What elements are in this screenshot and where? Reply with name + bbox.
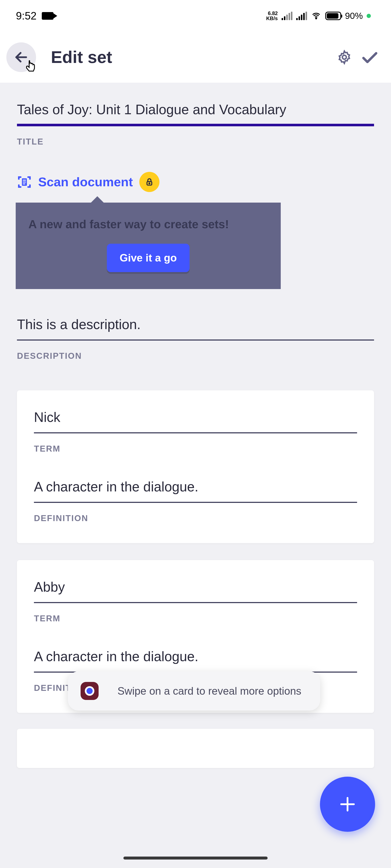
term-label: TERM: [34, 444, 357, 454]
tooltip-text: A new and faster way to create sets!: [28, 217, 268, 231]
definition-input[interactable]: A character in the dialogue.: [34, 649, 357, 673]
status-left: 9:52: [16, 10, 54, 22]
scan-tooltip: A new and faster way to create sets! Giv…: [16, 203, 281, 289]
svg-point-0: [315, 18, 317, 19]
gear-icon: [337, 50, 352, 65]
toast-text: Swipe on a card to reveal more options: [111, 684, 307, 699]
definition-input[interactable]: A character in the dialogue.: [34, 479, 357, 503]
premium-lock-badge: [139, 172, 159, 192]
term-label: TERM: [34, 614, 357, 623]
status-network-speed: 6.82 KB/s: [266, 11, 278, 21]
done-button[interactable]: [359, 46, 381, 68]
wifi-icon: [311, 12, 322, 20]
description-input[interactable]: This is a description.: [17, 317, 374, 341]
battery-percentage: 90%: [345, 11, 363, 21]
definition-label: DEFINITION: [34, 514, 357, 523]
term-input[interactable]: Nick: [34, 409, 357, 433]
navigation-pill[interactable]: [123, 857, 268, 860]
status-time: 9:52: [16, 10, 36, 22]
lock-icon: [145, 177, 154, 187]
signal-bars-1-icon: [281, 12, 292, 20]
description-label: DESCRIPTION: [17, 351, 374, 361]
camera-recording-icon: [42, 12, 54, 20]
signal-bars-2-icon: [296, 12, 307, 20]
app-header: Edit set: [0, 32, 391, 83]
settings-button[interactable]: [334, 46, 355, 68]
status-bar: 9:52 6.82 KB/s: [0, 0, 391, 32]
plus-icon: [338, 795, 357, 814]
toast-app-icon: [81, 682, 99, 700]
term-card[interactable]: [17, 729, 374, 768]
svg-point-8: [149, 183, 150, 184]
status-right: 6.82 KB/s 90%: [266, 11, 371, 21]
title-input[interactable]: Tales of Joy: Unit 1 Dialogue and Vocabu…: [17, 102, 374, 126]
body: Tales of Joy: Unit 1 Dialogue and Vocabu…: [0, 83, 391, 868]
battery-icon: [325, 12, 341, 20]
svg-point-2: [342, 55, 347, 59]
scan-document-button[interactable]: Scan document: [17, 172, 374, 192]
cursor-pointer-icon: [23, 59, 38, 78]
swipe-hint-toast[interactable]: Swipe on a card to reveal more options: [68, 671, 320, 711]
recording-indicator-icon: [367, 14, 371, 18]
checkmark-icon: [360, 48, 379, 67]
term-input[interactable]: Abby: [34, 579, 357, 603]
page-title: Edit set: [51, 48, 330, 67]
title-label: TITLE: [17, 137, 374, 147]
give-it-a-go-button[interactable]: Give it a go: [107, 244, 189, 272]
scan-document-icon: [17, 175, 32, 189]
back-button[interactable]: [6, 42, 36, 72]
term-card[interactable]: Nick TERM A character in the dialogue. D…: [17, 390, 374, 543]
scan-document-label: Scan document: [38, 175, 133, 189]
add-card-fab[interactable]: [320, 777, 375, 832]
